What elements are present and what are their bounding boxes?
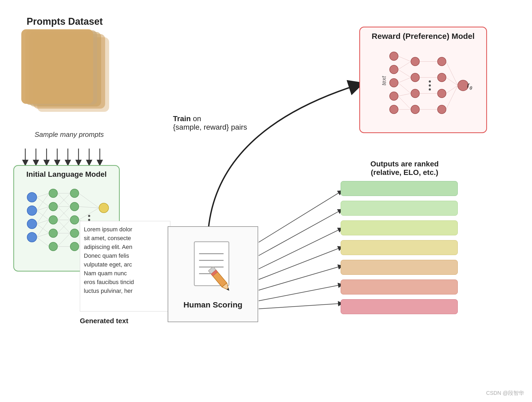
svg-line-14 (259, 210, 341, 256)
train-bold: Train (173, 114, 191, 123)
svg-line-64 (79, 208, 99, 220)
svg-line-91 (398, 83, 411, 93)
svg-point-80 (429, 88, 431, 91)
svg-point-70 (390, 65, 398, 74)
svg-point-26 (49, 216, 57, 224)
ranked-bar-6 (341, 280, 458, 294)
svg-text:text: text (381, 76, 387, 85)
svg-line-99 (446, 61, 458, 85)
generated-text-content: Lorem ipsum dolor sit amet, consecte adi… (84, 225, 166, 295)
svg-line-88 (398, 61, 411, 69)
ilm-title: Initial Language Model (26, 170, 107, 179)
svg-point-30 (70, 202, 79, 211)
ranked-bar-3 (341, 220, 458, 235)
train-label: Train on{sample, reward} pairs (173, 114, 247, 132)
svg-line-18 (259, 285, 341, 301)
svg-point-32 (70, 229, 79, 237)
reward-model-title: Reward (Preference) Model (372, 32, 475, 41)
svg-point-21 (27, 206, 37, 215)
generated-text-box: Lorem ipsum dolor sit amet, consecte adi… (80, 221, 170, 311)
generated-text-label: Generated text (80, 317, 128, 325)
svg-line-44 (37, 207, 49, 224)
svg-point-79 (429, 84, 431, 87)
svg-line-93 (398, 96, 411, 109)
svg-point-85 (458, 80, 468, 91)
svg-line-87 (398, 56, 411, 61)
svg-line-15 (259, 229, 341, 269)
svg-line-41 (37, 193, 49, 211)
svg-point-20 (27, 192, 37, 202)
scoring-document-icon (189, 239, 237, 298)
svg-point-35 (88, 219, 90, 221)
watermark: CSDN @段智华 (486, 389, 524, 397)
svg-line-45 (37, 220, 49, 224)
svg-line-16 (259, 248, 341, 280)
svg-text:rθ: rθ (467, 81, 472, 91)
svg-point-76 (411, 89, 419, 98)
svg-line-90 (398, 77, 411, 83)
ranked-bar-7 (341, 299, 458, 314)
svg-line-48 (37, 233, 49, 237)
svg-point-28 (49, 242, 57, 251)
prompts-dataset-visual (21, 29, 112, 120)
ranked-bar-5 (341, 260, 458, 275)
svg-line-42 (37, 207, 49, 211)
svg-line-102 (446, 85, 458, 109)
svg-line-62 (79, 193, 99, 208)
svg-point-34 (88, 215, 90, 217)
svg-point-37 (99, 203, 109, 213)
ranked-bars-container (341, 181, 458, 314)
svg-point-84 (438, 105, 446, 114)
svg-point-74 (411, 57, 419, 66)
human-scoring-box: Human Scoring (168, 226, 258, 322)
ranked-bar-1 (341, 181, 458, 196)
svg-point-69 (390, 52, 398, 60)
svg-point-78 (429, 80, 431, 83)
svg-point-72 (390, 92, 398, 100)
svg-line-63 (79, 207, 99, 208)
svg-line-60 (57, 233, 70, 247)
reward-model-box: Reward (Preference) Model text (359, 27, 487, 133)
ranked-bar-2 (341, 201, 458, 216)
svg-point-71 (390, 79, 398, 87)
svg-line-101 (446, 85, 458, 93)
svg-line-89 (398, 69, 411, 77)
diagram-container: Prompts Dataset Sample many prompts (0, 0, 532, 402)
svg-line-49 (37, 237, 49, 247)
svg-point-31 (70, 216, 79, 224)
svg-point-81 (438, 57, 446, 66)
svg-point-29 (70, 189, 79, 198)
svg-line-92 (398, 93, 411, 96)
svg-point-83 (438, 89, 446, 98)
svg-point-23 (27, 232, 37, 242)
svg-line-100 (446, 77, 458, 85)
svg-point-75 (411, 73, 419, 82)
ranked-bar-4 (341, 240, 458, 255)
svg-point-73 (390, 105, 398, 114)
svg-line-39 (37, 193, 49, 197)
svg-point-27 (49, 229, 57, 237)
svg-line-19 (259, 303, 341, 309)
human-scoring-title: Human Scoring (183, 300, 242, 309)
reward-neural-net: text rθ (373, 43, 474, 120)
svg-line-13 (259, 192, 341, 242)
svg-point-82 (438, 73, 446, 82)
svg-rect-4 (21, 29, 93, 104)
prompts-dataset-title: Prompts Dataset (27, 16, 103, 27)
svg-point-24 (49, 189, 57, 198)
sample-many-prompts-label: Sample many prompts (35, 130, 104, 139)
outputs-ranked-label: Outputs are ranked(relative, ELO, etc.) (346, 160, 463, 177)
svg-line-47 (37, 220, 49, 237)
svg-point-22 (27, 219, 37, 229)
svg-point-33 (70, 242, 79, 251)
svg-point-77 (411, 105, 419, 114)
svg-point-25 (49, 202, 57, 211)
svg-line-17 (259, 266, 341, 290)
